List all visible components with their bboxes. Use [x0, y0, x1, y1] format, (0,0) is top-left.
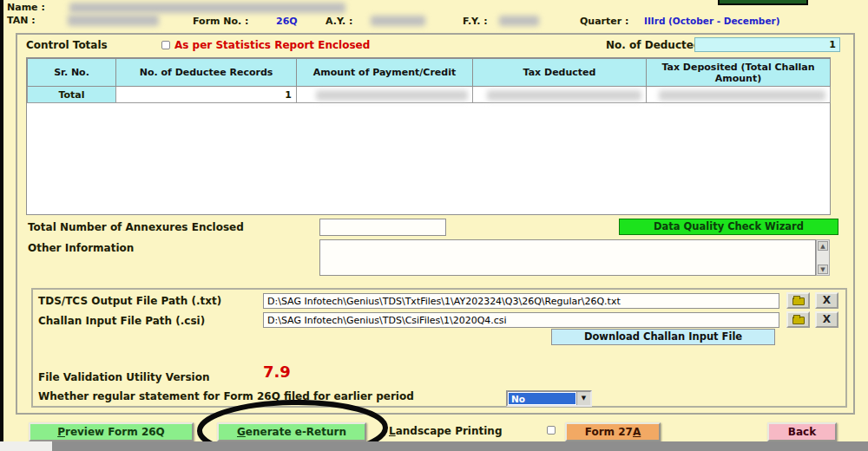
back-button[interactable]: Back	[767, 422, 837, 441]
name-label: Name :	[7, 2, 45, 13]
fy-label: F.Y. :	[463, 16, 488, 27]
statistics-report-label: As per Statistics Report Enclosed	[174, 39, 370, 51]
ay-value-redacted	[371, 16, 425, 26]
form-no-value: 26Q	[276, 16, 298, 27]
control-totals-table: Sr. No. No. of Deductee Records Amount o…	[27, 58, 831, 103]
fvu-version-value: 7.9	[263, 363, 291, 381]
screen-edge-bottom	[52, 441, 868, 451]
control-totals-title: Control Totals	[26, 39, 108, 51]
earlier-period-dropdown[interactable]: No ▼	[506, 390, 592, 407]
total-amount-redacted	[297, 87, 473, 103]
total-records-value: 1	[116, 87, 297, 103]
annexures-input[interactable]	[319, 219, 446, 236]
txt-path-label: TDS/TCS Output File Path (.txt)	[38, 295, 221, 307]
col-tax-deducted: Tax Deducted	[473, 59, 647, 87]
annexures-label: Total Number of Annexures Enclosed	[28, 221, 244, 233]
other-information-scrollbar[interactable]: ▲ ▼	[816, 239, 830, 276]
chevron-down-icon[interactable]: ▼	[576, 392, 590, 405]
total-tax-deposited-redacted	[647, 87, 831, 103]
ay-label: A.Y. :	[326, 16, 352, 27]
other-information-label: Other Information	[28, 242, 134, 254]
txt-path-input[interactable]	[263, 293, 779, 309]
scroll-up-icon[interactable]: ▲	[818, 241, 828, 251]
landscape-printing-label: Landscape Printing	[389, 425, 503, 437]
tds-form26q-ereturn-screen: Name : TAN : Form No. : 26Q A.Y. : F.Y. …	[0, 0, 868, 451]
generate-e-return-button[interactable]: Generate e-Return	[217, 422, 366, 441]
other-information-textarea[interactable]	[319, 239, 816, 276]
total-tax-deducted-redacted	[473, 87, 647, 103]
txt-clear-button[interactable]: X	[815, 292, 838, 309]
scroll-down-icon[interactable]: ▼	[818, 265, 828, 274]
screen-edge-left	[0, 0, 3, 441]
form-no-label: Form No. :	[193, 16, 249, 27]
col-deductee-records: No. of Deductee Records	[116, 59, 297, 87]
data-quality-check-wizard-button[interactable]: Data Quality Check Wizard	[619, 219, 838, 235]
download-challan-input-file-button[interactable]: Download Challan Input File	[551, 329, 775, 345]
table-row: Total 1	[28, 87, 831, 103]
preview-form-26q-button[interactable]: Preview Form 26Q	[29, 422, 194, 441]
earlier-period-label: Whether regular statement for Form 26Q f…	[38, 390, 414, 402]
csi-browse-button[interactable]	[786, 311, 810, 328]
no-of-deductees-input[interactable]: 1	[694, 37, 840, 52]
csi-path-input[interactable]	[263, 312, 779, 328]
close-icon: X	[823, 313, 831, 325]
form-27a-button[interactable]: Form 27A	[565, 422, 661, 441]
name-value-redacted	[69, 3, 345, 13]
col-sr-no: Sr. No.	[28, 59, 116, 87]
total-row-label: Total	[28, 87, 116, 103]
control-totals-grid: Sr. No. No. of Deductee Records Amount o…	[26, 57, 831, 215]
csi-path-label: Challan Input File Path (.csi)	[38, 315, 205, 327]
fvu-version-label: File Validation Utility Version	[38, 371, 209, 383]
txt-browse-button[interactable]	[786, 292, 810, 309]
csi-clear-button[interactable]: X	[815, 311, 838, 328]
folder-icon	[792, 297, 805, 305]
screen-edge-bottom-left	[0, 441, 52, 451]
statistics-report-checkbox[interactable]	[161, 41, 170, 49]
tan-label: TAN :	[7, 15, 36, 26]
col-tax-deposited: Tax Deposited (Total Challan Amount)	[647, 59, 831, 87]
fy-value-redacted	[499, 16, 539, 26]
cutoff-button-remnant	[718, 0, 808, 5]
earlier-period-selected-value: No	[509, 393, 575, 404]
quarter-value: IIIrd (October - December)	[644, 16, 779, 26]
tan-value-redacted	[68, 15, 159, 26]
no-of-deductees-label: No. of Deductees	[606, 39, 707, 51]
quarter-label: Quarter :	[580, 16, 628, 27]
landscape-printing-checkbox[interactable]	[547, 426, 556, 435]
col-amount-payment: Amount of Payment/Credit	[297, 59, 473, 87]
folder-icon	[792, 317, 805, 324]
table-header-row: Sr. No. No. of Deductee Records Amount o…	[28, 59, 831, 87]
close-icon: X	[823, 294, 831, 306]
